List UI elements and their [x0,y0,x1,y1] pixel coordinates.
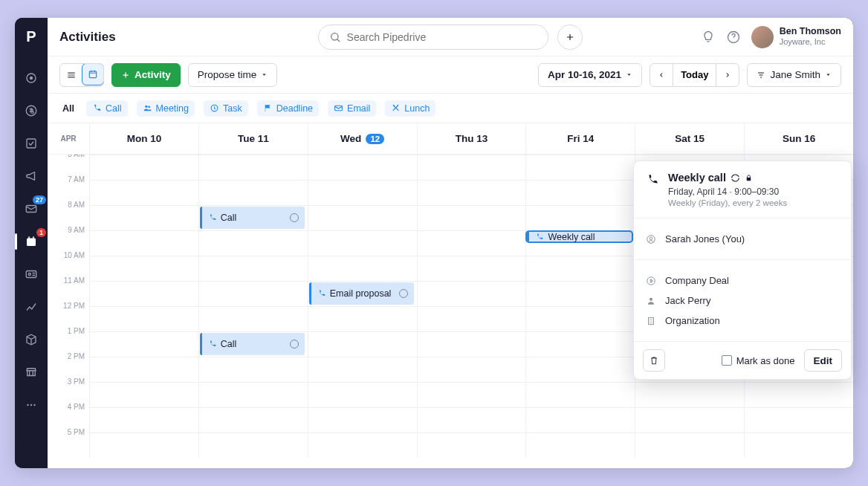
filter-task[interactable]: Task [204,100,248,117]
avatar [751,26,774,48]
mail-badge: 27 [33,195,46,204]
topbar: Activities Ben Thomson Joyware, Inc [48,18,853,56]
svg-rect-15 [89,71,96,77]
filter-all[interactable]: All [59,100,77,117]
date-range-label: Apr 10-16, 2021 [548,69,621,80]
list-view-button[interactable] [60,64,82,86]
filter-icon [757,71,765,80]
view-toggle [59,63,104,87]
edit-button[interactable]: Edit [804,349,843,372]
person-filter-label: Jane Smith [770,69,820,80]
svg-point-17 [148,106,150,108]
popup-owner-row: Sarah Jones (You) [646,229,839,249]
assistant-icon[interactable] [701,30,716,45]
popup-deal-row: Company Deal [646,270,839,291]
nav-contacts-icon[interactable] [22,265,40,283]
today-button[interactable]: Today [673,64,716,86]
date-range-button[interactable]: Apr 10-16, 2021 [538,63,642,87]
svg-point-16 [145,106,147,108]
event-email-proposal[interactable]: Email proposal [309,282,414,305]
event-call[interactable]: Call [200,333,305,355]
search-input[interactable] [347,31,537,43]
filter-meeting[interactable]: Meeting [137,100,195,117]
day-mon[interactable]: Mon 10 [89,123,198,154]
day-wed[interactable]: Wed12 [308,123,417,154]
nav-mail-icon[interactable]: 27 [22,200,40,218]
left-nav: P 27 1 [15,18,48,468]
day-fri[interactable]: Fri 14 [525,123,635,154]
nav-insights-icon[interactable] [22,298,40,316]
propose-time-button[interactable]: Propose time [188,63,278,87]
mark-done-checkbox[interactable]: Mark as done [722,355,795,366]
svg-point-24 [650,297,652,300]
day-sat[interactable]: Sat 15 [635,123,744,154]
popup-title: Weekly call [668,172,787,184]
svg-rect-8 [26,271,36,278]
type-filters: All Call Meeting Task Deadline Email Lun… [48,94,853,123]
call-icon [208,340,217,349]
logo: P [26,28,36,45]
lock-icon [745,174,753,182]
svg-rect-20 [747,178,751,181]
chevron-down-icon [825,71,832,78]
nav-marketplace-icon[interactable] [22,363,40,381]
popup-recurrence: Weekly (Friday), every 2 weeks [668,198,787,207]
toolbar: Activity Propose time Apr 10-16, 2021 To… [48,56,853,94]
event-weekly-call[interactable]: Weekly call [527,232,632,242]
svg-point-9 [28,273,30,276]
day-sun[interactable]: Sun 16 [744,123,853,154]
propose-label: Propose time [198,69,257,80]
person-filter-button[interactable]: Jane Smith [747,63,841,87]
filter-lunch[interactable]: Lunch [385,100,435,117]
svg-rect-5 [27,239,36,247]
filter-email[interactable]: Email [328,100,376,117]
user-org: Joyware, Inc [780,37,841,47]
nav-products-icon[interactable] [22,331,40,349]
svg-point-11 [30,404,32,406]
prev-button[interactable] [650,64,673,86]
svg-point-10 [27,404,28,406]
popup-datetime: Friday, April 14 · 9:00–09:30 [668,187,787,197]
help-icon[interactable] [726,30,741,45]
day-header: APR Mon 10 Tue 11 Wed12 Thu 13 Fri 14 Sa… [48,123,853,155]
svg-rect-7 [33,236,34,239]
user-menu[interactable]: Ben Thomson Joyware, Inc [751,26,841,48]
page-title: Activities [59,30,116,45]
call-icon [208,213,217,222]
calendar-view-button[interactable] [82,63,104,85]
popup-org-row: Organization [646,311,839,331]
user-name: Ben Thomson [780,26,841,37]
nav-activities-icon[interactable]: 1 [22,233,40,250]
next-button[interactable] [716,64,739,86]
svg-rect-25 [649,317,654,324]
add-button[interactable] [557,25,583,50]
chevron-down-icon [626,71,632,78]
search-box[interactable] [318,25,548,50]
delete-button[interactable] [643,349,665,372]
person-icon [646,296,656,306]
recur-icon [731,173,740,183]
add-activity-button[interactable]: Activity [111,63,181,87]
search-icon [329,31,341,43]
deal-icon [646,276,656,286]
nav-campaigns-icon[interactable] [22,167,40,185]
activity-label: Activity [135,69,171,80]
nav-more-icon[interactable] [22,396,40,414]
day-tue[interactable]: Tue 11 [198,123,308,154]
svg-point-1 [30,77,33,80]
owner-icon [646,234,656,244]
org-icon [646,316,656,326]
nav-projects-icon[interactable] [22,135,40,152]
day-thu[interactable]: Thu 13 [417,123,526,154]
month-label: APR [48,123,89,154]
nav-deals-icon[interactable] [22,102,40,120]
event-call[interactable]: Call [200,207,305,229]
activities-badge: 1 [36,228,46,237]
activity-popup: Weekly call Friday, April 14 · 9:00–09:3… [633,161,852,380]
nav-leads-icon[interactable] [22,69,40,87]
call-icon [646,173,659,187]
popup-person-row: Jack Perry [646,291,839,311]
filter-deadline[interactable]: Deadline [257,100,319,117]
svg-point-12 [33,404,35,406]
filter-call[interactable]: Call [86,100,128,117]
